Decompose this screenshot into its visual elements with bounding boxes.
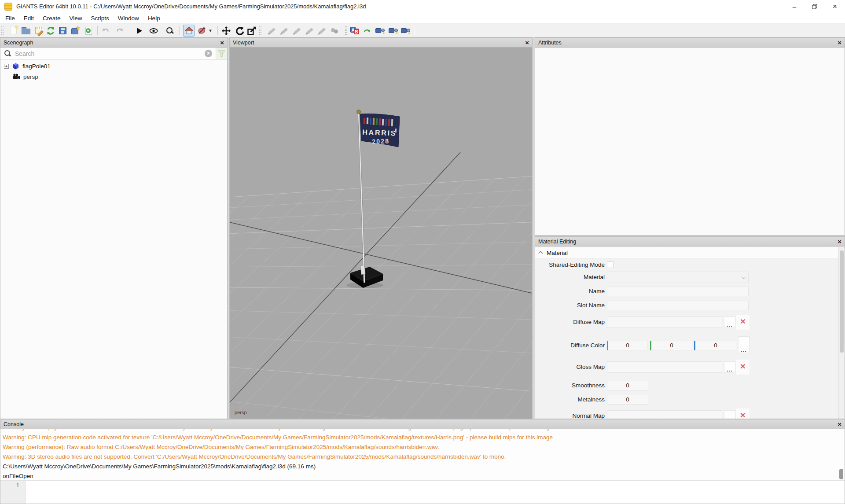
- diffuse-color-b-field[interactable]: 0: [694, 341, 736, 350]
- menu-file[interactable]: File: [0, 13, 19, 24]
- expand-icon[interactable]: +: [4, 64, 9, 69]
- material-editing-close-icon[interactable]: ×: [838, 237, 841, 246]
- diffuse-map-row: Diffuse Map ... ×: [535, 316, 845, 328]
- material-editing-panel: Material Editing × Material Shared-Editi…: [535, 236, 845, 419]
- terrain-tool-4-icon[interactable]: [304, 25, 316, 37]
- search-input[interactable]: [15, 50, 205, 57]
- gloss-map-clear-icon[interactable]: ×: [736, 360, 749, 375]
- close-button[interactable]: ×: [825, 0, 845, 13]
- metalness-row: Metalness 0: [535, 394, 845, 405]
- camera-tool-a-icon[interactable]: ★: [374, 25, 386, 37]
- edit-notes-icon[interactable]: [33, 25, 44, 37]
- toolbar-grip[interactable]: [345, 26, 347, 35]
- gloss-map-browse-button[interactable]: ...: [724, 361, 735, 373]
- diffuse-color-g-field[interactable]: 0: [650, 341, 692, 350]
- paint-mode-dropdown-icon[interactable]: ▾: [207, 25, 213, 37]
- tree-row-persp[interactable]: persp: [12, 71, 38, 82]
- terrain-tool-5-icon[interactable]: [316, 25, 328, 37]
- refresh-scripts-icon[interactable]: [361, 25, 373, 37]
- diffuse-map-browse-button[interactable]: ...: [724, 316, 735, 328]
- console-scrollbar[interactable]: [838, 429, 845, 481]
- reload-icon[interactable]: [45, 25, 56, 37]
- tree-item-label: flagPole01: [22, 63, 51, 70]
- console-gutter: 1: [0, 481, 26, 504]
- viewport-close-icon[interactable]: ×: [525, 38, 529, 47]
- filter-button[interactable]: [216, 48, 227, 59]
- new-file-icon[interactable]: [8, 25, 19, 37]
- diffuse-color-picker-button[interactable]: ...: [738, 336, 749, 353]
- terrain-foliage-icon[interactable]: [329, 25, 340, 37]
- terrain-tool-1-icon[interactable]: [266, 25, 278, 37]
- scenegraph-close-icon[interactable]: ×: [220, 38, 224, 47]
- redo-icon[interactable]: [114, 25, 125, 37]
- save-icon[interactable]: [57, 25, 68, 37]
- menu-help[interactable]: Help: [143, 13, 165, 24]
- slot-name-field[interactable]: [607, 301, 749, 310]
- title-bar: GIANTS Editor 64bit 10.0.11 - C:/Users/W…: [0, 0, 845, 13]
- tree-item-label: persp: [23, 74, 38, 80]
- attributes-close-icon[interactable]: ×: [838, 38, 841, 47]
- material-scrollbar-thumb[interactable]: [840, 250, 844, 353]
- smoothness-field[interactable]: 0: [607, 381, 648, 390]
- open-folder-icon[interactable]: [20, 25, 32, 37]
- clear-search-icon[interactable]: ×: [205, 50, 212, 57]
- menu-view[interactable]: View: [65, 13, 87, 24]
- console-scrollbar-thumb[interactable]: [839, 469, 843, 479]
- attributes-title: Attributes: [538, 40, 562, 46]
- diffuse-map-clear-icon[interactable]: ×: [736, 315, 749, 330]
- tree-row-flagpole[interactable]: + flagPole01: [4, 61, 51, 71]
- shared-editing-mode-row: Shared-Editing Mode: [535, 259, 845, 271]
- name-field[interactable]: [607, 287, 749, 296]
- console-line: Warning (performance): Raw audio format …: [3, 442, 836, 452]
- material-editing-title: Material Editing: [538, 239, 576, 245]
- scale-icon[interactable]: [246, 25, 257, 37]
- toolbar-grip[interactable]: [1, 26, 4, 35]
- toolbar-grip[interactable]: [259, 26, 261, 35]
- diffuse-map-label: Diffuse Map: [535, 316, 605, 328]
- locale-ab-icon[interactable]: AB: [349, 25, 360, 37]
- menu-create[interactable]: Create: [38, 13, 65, 24]
- menu-edit[interactable]: Edit: [19, 13, 38, 24]
- material-section-header[interactable]: Material: [535, 247, 839, 258]
- console-close-icon[interactable]: ×: [838, 420, 841, 429]
- undo-icon[interactable]: [100, 25, 111, 37]
- viewport-panel: Viewport ×: [229, 37, 533, 419]
- scenegraph-title: Scenegraph: [4, 40, 33, 46]
- shared-editing-mode-checkbox[interactable]: [607, 261, 614, 268]
- import-icon[interactable]: ★: [69, 25, 81, 37]
- menu-scripts[interactable]: Scripts: [87, 13, 114, 24]
- camera-tool-b-icon[interactable]: ✚: [387, 25, 399, 37]
- add-document-icon[interactable]: [83, 25, 94, 37]
- normal-map-browse-button[interactable]: ...: [724, 410, 735, 419]
- play-icon[interactable]: [134, 25, 145, 37]
- camera-tool-c-icon[interactable]: ★: [400, 25, 411, 37]
- visibility-icon[interactable]: [148, 25, 159, 37]
- metalness-field[interactable]: 0: [607, 395, 648, 405]
- paint-mode-icon[interactable]: [196, 25, 208, 37]
- gloss-map-field[interactable]: [607, 361, 722, 373]
- move-icon[interactable]: [220, 25, 232, 37]
- attributes-header: Attributes ×: [535, 38, 845, 48]
- restore-button[interactable]: [805, 0, 825, 13]
- menu-window[interactable]: Window: [114, 13, 143, 24]
- minimize-button[interactable]: –: [784, 0, 805, 13]
- material-section-title: Material: [547, 250, 568, 256]
- material-scrollbar[interactable]: [838, 247, 845, 419]
- console-script-area[interactable]: 1: [0, 480, 845, 504]
- material-dropdown[interactable]: [607, 272, 749, 283]
- diffuse-color-r-field[interactable]: 0: [607, 341, 647, 350]
- diffuse-color-label: Diffuse Color: [535, 340, 605, 351]
- console-panel: Console × Warning: CPU mip generation co…: [0, 419, 845, 504]
- normal-map-field[interactable]: [607, 410, 722, 419]
- viewport-3d-view[interactable]: HARRIS 2028 persp: [230, 48, 532, 419]
- navigation-home-icon[interactable]: [183, 25, 195, 37]
- diffuse-map-field[interactable]: [607, 316, 722, 328]
- gloss-map-row: Gloss Map ... ×: [535, 361, 845, 373]
- terrain-tool-2-icon[interactable]: [279, 25, 290, 37]
- name-label: Name: [535, 286, 605, 297]
- toolbar: [0, 24, 845, 37]
- normal-map-clear-icon[interactable]: ×: [736, 408, 749, 419]
- rotate-icon[interactable]: [234, 25, 245, 37]
- terrain-tool-3-icon[interactable]: [291, 25, 303, 37]
- zoom-tool-icon[interactable]: [164, 25, 176, 37]
